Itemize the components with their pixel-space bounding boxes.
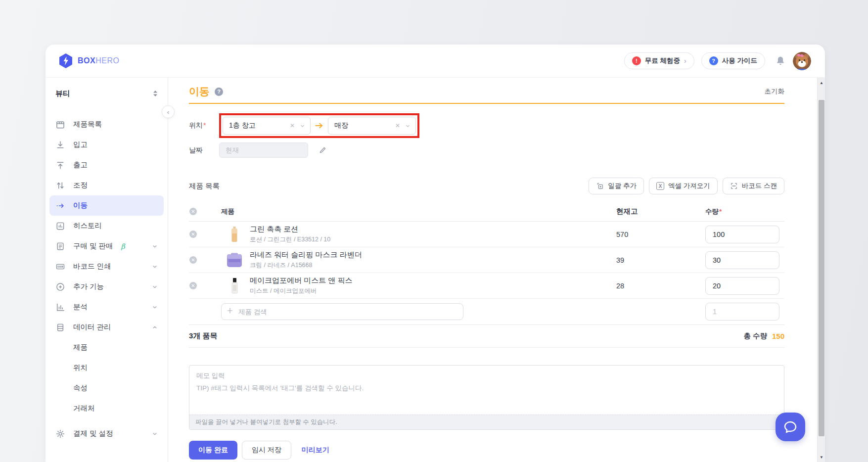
scroll-down-icon[interactable]: ▼ — [818, 453, 825, 461]
clear-icon[interactable]: ✕ — [395, 122, 400, 129]
edit-pencil-icon[interactable] — [319, 146, 326, 154]
col-header-product: 제품 — [221, 207, 616, 216]
boxhero-logo[interactable]: BOXHERO — [58, 53, 119, 69]
excel-import-button[interactable]: X 엑셀 가져오기 — [649, 178, 718, 194]
table-row: ✕ 라네즈 워터 슬리핑 마스크 라벤더 크림 / 라네즈 / A15668 3… — [189, 247, 784, 273]
history-chart-icon — [55, 221, 65, 231]
sidebar-item-analytics[interactable]: 분석 — [49, 297, 164, 317]
database-icon — [55, 323, 65, 332]
live-chat-button[interactable] — [776, 413, 805, 441]
chevron-up-icon — [152, 324, 158, 330]
chevron-down-icon — [152, 431, 158, 437]
sidebar-subitem-products[interactable]: 제품 — [49, 337, 164, 358]
save-draft-button[interactable]: 임시 저장 — [242, 441, 291, 460]
chevron-down-icon[interactable] — [405, 123, 411, 129]
remove-row-icon[interactable]: ✕ — [189, 256, 197, 264]
sidebar-subitem-locations[interactable]: 위치 — [49, 358, 164, 378]
move-complete-button[interactable]: 이동 완료 — [189, 441, 237, 460]
new-qty-input[interactable] — [705, 303, 779, 321]
sidebar-item-stock-in[interactable]: 입고 — [49, 135, 164, 155]
plus-circle-icon — [55, 282, 65, 292]
guide-label: 사용 가이드 — [722, 56, 757, 65]
stock-value: 570 — [616, 231, 705, 238]
sidebar-item-move[interactable]: 이동 — [49, 195, 164, 216]
sidebar-item-label: 결제 및 설정 — [73, 429, 113, 438]
form-actions: 이동 완료 임시 저장 미리보기 — [189, 441, 784, 460]
arrow-up-bar-icon — [55, 160, 65, 170]
sidebar-item-label: 데이터 관리 — [73, 323, 111, 332]
scroll-up-icon[interactable]: ▲ — [818, 79, 825, 87]
chevron-down-icon — [152, 264, 158, 270]
to-location-select[interactable]: 매장 ✕ — [328, 117, 416, 135]
sidebar-item-adjust[interactable]: 조정 — [49, 175, 164, 195]
sidebar-item-label: 입고 — [73, 140, 88, 149]
beta-badge: β — [121, 242, 125, 250]
user-guide-button[interactable]: ? 사용 가이드 — [701, 52, 765, 69]
total-qty-value: 150 — [772, 332, 784, 340]
to-location-value: 매장 — [334, 121, 390, 130]
sidebar-item-billing-settings[interactable]: 결제 및 설정 — [49, 423, 164, 444]
barcode-scan-button[interactable]: 바코드 스캔 — [723, 178, 784, 194]
sidebar-subitem-attributes[interactable]: 속성 — [49, 378, 164, 398]
remove-all-icon[interactable]: ✕ — [189, 208, 197, 215]
vertical-scrollbar[interactable]: ▲ ▼ — [817, 78, 825, 462]
barcode-icon — [55, 262, 65, 272]
product-thumbnail — [226, 277, 243, 294]
user-avatar[interactable] — [793, 52, 811, 70]
arrows-up-down-icon — [55, 181, 65, 190]
clear-icon[interactable]: ✕ — [290, 122, 295, 129]
sidebar-item-barcode-print[interactable]: 바코드 인쇄 — [49, 256, 164, 277]
product-name: 그린 촉촉 로션 — [250, 225, 330, 234]
workspace-selector[interactable]: 뷰티 — [46, 83, 168, 104]
top-header: BOXHERO ! 무료 체험중 › ? 사용 가이드 — [46, 45, 825, 78]
main-content: 이동 ? 초기화 위치* 1층 창고 ✕ — [168, 78, 825, 462]
sidebar-item-stock-out[interactable]: 출고 — [49, 155, 164, 175]
reset-button[interactable]: 초기화 — [765, 87, 785, 96]
product-search-input[interactable] — [221, 303, 463, 320]
sidebar-item-purchase-sales[interactable]: 구매 및 판매 β — [49, 236, 164, 256]
date-input[interactable] — [219, 142, 308, 158]
chat-bubble-icon — [783, 420, 798, 434]
boxhero-hexagon-icon — [58, 53, 73, 69]
qty-input[interactable] — [705, 277, 779, 295]
remove-row-icon[interactable]: ✕ — [189, 282, 197, 289]
workspace-name: 뷰티 — [55, 89, 70, 98]
document-icon — [55, 241, 65, 251]
chevron-down-icon[interactable] — [300, 123, 305, 129]
sidebar-item-products-list[interactable]: 제품목록 — [49, 114, 164, 135]
sidebar-item-label: 구매 및 판매 — [73, 241, 113, 251]
product-table: ✕ 제품 현재고 수량* ✕ 그린 촉촉 로션 로션 / 그린그린 / E335… — [189, 202, 784, 325]
remove-row-icon[interactable]: ✕ — [189, 231, 197, 238]
move-arrow-icon — [55, 201, 65, 211]
file-dropzone[interactable]: 파일을 끌어 넣거나 붙여넣기로 첨부할 수 있습니다. — [189, 415, 784, 429]
notification-bell-icon[interactable] — [775, 55, 786, 66]
product-thumbnail — [226, 252, 243, 269]
chevron-right-icon: › — [684, 57, 686, 65]
sidebar-item-addons[interactable]: 추가 기능 — [49, 277, 164, 297]
table-row: ✕ 그린 촉촉 로션 로션 / 그린그린 / E33512 / 10 570 — [189, 222, 784, 247]
product-meta: 크림 / 라네즈 / A15668 — [250, 261, 362, 270]
sidebar-item-label: 속성 — [73, 383, 88, 393]
sidebar-item-data-management[interactable]: 데이터 관리 — [49, 317, 164, 337]
sidebar-item-label: 분석 — [73, 302, 88, 312]
preview-link[interactable]: 미리보기 — [302, 446, 329, 455]
date-label: 날짜 — [189, 146, 219, 155]
col-header-stock: 현재고 — [616, 207, 705, 216]
memo-textarea[interactable]: 메모 입력 TIP) #태그 입력시 목록에서 '태그'를 검색할 수 있습니다… — [189, 365, 784, 430]
free-trial-button[interactable]: ! 무료 체험중 › — [624, 52, 694, 69]
help-icon[interactable]: ? — [215, 88, 223, 96]
chevron-down-icon — [152, 304, 158, 310]
sidebar-collapse-button[interactable]: ‹ — [162, 105, 175, 118]
chevron-down-icon — [152, 284, 158, 290]
qty-input[interactable] — [705, 226, 779, 243]
sidebar-subitem-partners[interactable]: 거래처 — [49, 398, 164, 418]
qty-input[interactable] — [705, 251, 779, 269]
from-location-select[interactable]: 1층 창고 ✕ — [223, 117, 311, 135]
copy-plus-icon — [596, 182, 604, 190]
bulk-add-button[interactable]: 일괄 추가 — [589, 178, 644, 194]
divider — [189, 347, 784, 348]
sidebar-item-label: 제품 — [73, 343, 88, 352]
sidebar-item-history[interactable]: 히스토리 — [49, 216, 164, 236]
scrollbar-thumb[interactable] — [819, 100, 824, 436]
sidebar-item-label: 위치 — [73, 363, 88, 372]
